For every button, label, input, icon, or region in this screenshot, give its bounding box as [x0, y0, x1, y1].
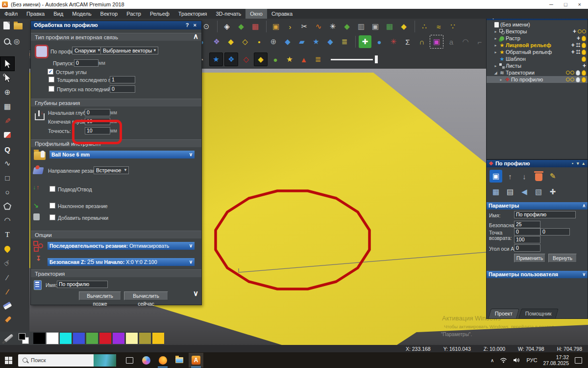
- visibility-bulb-on-icon[interactable]: [582, 36, 586, 41]
- arc-tool[interactable]: ◠: [0, 213, 14, 227]
- minimize-button[interactable]: ─: [549, 1, 553, 7]
- sum-relief-icon[interactable]: Σ: [401, 35, 414, 48]
- frame-icon[interactable]: ◇: [240, 53, 252, 66]
- knife-tool-icon[interactable]: [4, 334, 13, 342]
- smudge-tool[interactable]: ☞: [0, 256, 14, 270]
- tree-item-4[interactable]: ▸★Обратный рельеф+++ ++: [487, 49, 588, 55]
- add-icon[interactable]: +: [571, 43, 575, 48]
- tree-item-0[interactable]: (Без имени): [487, 21, 588, 28]
- maximize-button[interactable]: □: [564, 1, 567, 7]
- pyramid-icon[interactable]: ▲: [297, 53, 310, 66]
- trim-vectors-icon[interactable]: ✂: [298, 20, 311, 33]
- copilot-button[interactable]: [139, 353, 153, 368]
- palette-swatch-7[interactable]: [126, 333, 138, 344]
- tree-item-6[interactable]: ▸Листы+: [487, 62, 588, 69]
- node-chain-icon[interactable]: ∵: [446, 20, 459, 33]
- toolpath-name-field[interactable]: По профилю: [57, 281, 108, 288]
- edit-toolpath-icon[interactable]: ✎: [546, 170, 559, 183]
- dialog-close-button[interactable]: ×: [194, 21, 196, 29]
- node-edit-tool[interactable]: [0, 71, 14, 85]
- menu-item-3[interactable]: Модель: [68, 9, 96, 19]
- liner-tool[interactable]: ∕: [0, 270, 14, 284]
- vector-visibility-icon[interactable]: ★: [209, 53, 223, 66]
- ghost-curve-icon[interactable]: ◠: [459, 35, 472, 48]
- add-multi-icon[interactable]: ++ ++: [576, 50, 580, 54]
- safe-z-bar[interactable]: Безопасная Z: 25 мм Начало: X:0 Y:0 Z:10…: [48, 258, 195, 266]
- flip-relief-icon[interactable]: ◆: [281, 35, 294, 48]
- color-reduce-icon[interactable]: ▦: [249, 20, 262, 33]
- notes-icon[interactable]: ▤: [504, 185, 516, 198]
- allowance-field[interactable]: 0: [74, 59, 98, 67]
- notification-center-icon[interactable]: [575, 357, 582, 364]
- foreground-color[interactable]: [19, 333, 25, 340]
- smooth-relief-icon[interactable]: ◆: [324, 35, 337, 48]
- tp-home-y-field[interactable]: 0: [540, 228, 570, 236]
- wrap-figure-icon[interactable]: ◆: [341, 20, 353, 33]
- last-pass-allowance-field[interactable]: 0: [110, 85, 135, 93]
- tile-relief-icon[interactable]: ▰: [295, 35, 308, 48]
- artcam-taskbar-button[interactable]: A: [189, 353, 203, 368]
- expander-icon[interactable]: ▸: [493, 29, 498, 34]
- layer-stack-icon[interactable]: ≣: [338, 35, 351, 48]
- offset-vector-icon[interactable]: ›: [284, 20, 296, 33]
- vectors-dropdown[interactable]: Выбранные векторы▼: [100, 47, 158, 54]
- scatter-dots-icon[interactable]: ∴: [418, 20, 431, 33]
- calculate-now-button[interactable]: Вычислить сейчас: [124, 291, 168, 300]
- star-wireframe-icon[interactable]: ✳: [326, 20, 339, 33]
- clamp-icon[interactable]: ▥: [355, 20, 368, 33]
- simulate-icon[interactable]: ◀: [518, 185, 531, 198]
- tool-library-icon[interactable]: [34, 152, 46, 160]
- clay-tool-icon[interactable]: ●: [373, 35, 386, 48]
- vector-doctor-tool[interactable]: Q: [0, 142, 14, 156]
- visibility-bulb-on-icon[interactable]: [582, 56, 586, 62]
- ball-icon[interactable]: •: [253, 35, 266, 48]
- relief-layers-icon[interactable]: ❖: [224, 53, 238, 66]
- last-pass-allowance-checkbox[interactable]: [49, 86, 54, 92]
- arch-relief-icon[interactable]: ∩: [416, 35, 428, 48]
- palette-swatch-5[interactable]: [99, 333, 111, 344]
- add-icon[interactable]: +: [577, 36, 580, 41]
- expand-icon[interactable]: ▴: [582, 160, 585, 167]
- calculate-icon[interactable]: ▦: [490, 185, 502, 198]
- tree-item-5[interactable]: ★Шаблон: [487, 55, 588, 62]
- eraser-tool[interactable]: [0, 299, 14, 313]
- raster-layers-icon[interactable]: ●: [269, 53, 282, 66]
- visibility-bulb-on-icon[interactable]: [582, 70, 586, 76]
- zoom-objects-icon[interactable]: ★: [283, 53, 296, 66]
- language-indicator[interactable]: РУС: [526, 357, 537, 363]
- last-pass-thickness-checkbox[interactable]: [49, 77, 54, 82]
- visibility-bulb-on-icon[interactable]: [582, 50, 586, 55]
- cut-direction-dropdown[interactable]: Встречное▼: [94, 166, 129, 174]
- sheet-icon[interactable]: ▪: [572, 160, 573, 167]
- menu-item-5[interactable]: Растр: [122, 9, 146, 19]
- ghost-a-icon[interactable]: a: [445, 35, 458, 48]
- wifi-icon[interactable]: [500, 357, 507, 363]
- add-icon[interactable]: +: [573, 29, 576, 34]
- menu-item-6[interactable]: Рельеф: [146, 9, 174, 19]
- menu-item-10[interactable]: Справка: [267, 9, 297, 19]
- toolpath-panel-title-bar[interactable]: ❖ По профилю ▪▾▴: [487, 160, 588, 167]
- ghost-corner-icon[interactable]: ⌐: [473, 35, 486, 48]
- flood-fill-tool[interactable]: [0, 242, 14, 256]
- menu-item-4[interactable]: Вектор: [96, 9, 122, 19]
- expander-icon[interactable]: ▸: [498, 78, 504, 82]
- select-tool[interactable]: [0, 57, 14, 71]
- diamond-figure-icon[interactable]: ◆: [397, 20, 410, 33]
- tab-assistant[interactable]: Помощник: [518, 309, 559, 318]
- orbit-view-icon[interactable]: ◎: [14, 37, 20, 45]
- start-depth-field[interactable]: 0: [85, 109, 110, 116]
- palette-swatch-1[interactable]: [47, 333, 58, 344]
- distort-grid-tool[interactable]: ▦: [0, 100, 14, 113]
- expander-icon[interactable]: ▸: [493, 64, 498, 68]
- sheet-array-icon[interactable]: ▦: [383, 20, 396, 33]
- wrap-vector-icon[interactable]: ◆: [235, 20, 247, 33]
- close-button[interactable]: ×: [578, 1, 581, 7]
- rectangle-tool[interactable]: □: [0, 171, 14, 184]
- material-icon[interactable]: ◆: [254, 53, 268, 66]
- star-badge-icon[interactable]: ★: [310, 35, 322, 48]
- simulate-relief-icon[interactable]: ▧: [532, 185, 545, 198]
- transform-toolpath-icon[interactable]: ✚: [546, 185, 559, 198]
- menu-item-0[interactable]: Файл: [0, 9, 22, 19]
- palette-swatch-3[interactable]: [73, 333, 85, 344]
- patch-relief-icon[interactable]: ▣: [430, 35, 443, 49]
